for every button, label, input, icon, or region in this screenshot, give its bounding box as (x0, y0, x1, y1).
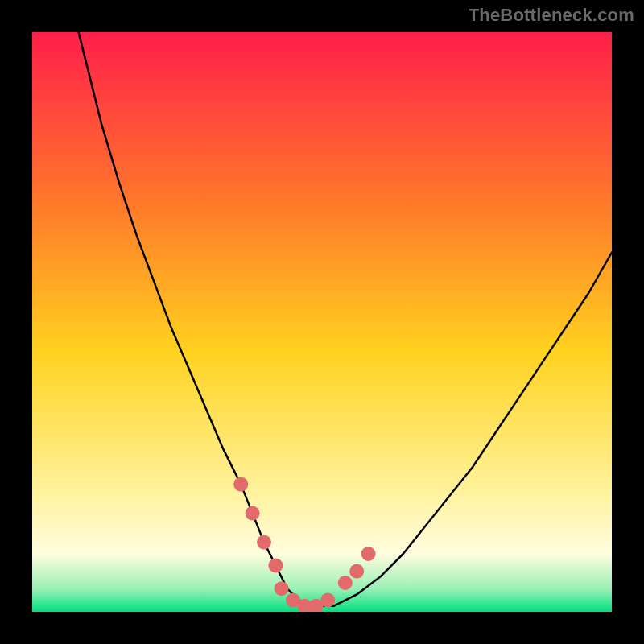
marker-dot (233, 477, 248, 492)
marker-dot (246, 506, 260, 521)
chart-frame: TheBottleneck.com (0, 0, 644, 644)
marker-dot (257, 535, 271, 550)
marker-dot (338, 576, 353, 590)
marker-dot (320, 593, 335, 608)
marker-dot (275, 581, 289, 596)
watermark-text: TheBottleneck.com (469, 5, 634, 26)
plot-area (32, 32, 612, 612)
marker-dot (361, 547, 376, 561)
marker-dot (268, 558, 283, 572)
gradient-background (32, 32, 612, 612)
marker-dot (349, 564, 364, 579)
bottleneck-chart (32, 32, 612, 612)
